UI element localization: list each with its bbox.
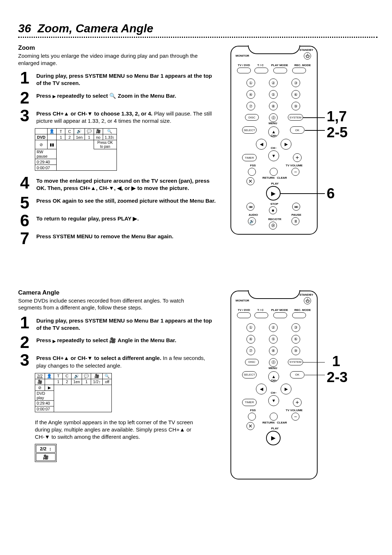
num-5: ⑤ — [269, 335, 278, 344]
step-number: 3 — [18, 353, 31, 367]
play-button: ▶ — [266, 431, 281, 445]
zoom-step-2: Press repeatedly to select 🔍 Zoom in the… — [36, 91, 176, 100]
pause-label: PAUSE — [291, 214, 301, 216]
down-button: ▼ — [268, 395, 279, 406]
select-button: SELECT — [242, 371, 257, 378]
step-number: 1 — [18, 71, 31, 85]
monitor-label: MONITOR — [236, 54, 249, 57]
playmode-button — [273, 312, 287, 318]
angle-note: If the Angle symbol appears in the top l… — [35, 417, 202, 441]
angle-step-2: Press repeatedly to select 🎥 Angle in th… — [36, 335, 176, 344]
zoom-osd-table: 👤TC🔊💬🎥🔍 DVD 1 2 1en 1 no 1.33↕ ⊘ ▮▮ Pres… — [35, 128, 117, 171]
tc-label: T / C — [257, 309, 264, 312]
step-number: 6 — [18, 214, 31, 228]
num-9: ⑨ — [291, 347, 300, 355]
fss-button — [248, 413, 256, 421]
page-number: 36 — [18, 22, 31, 35]
angle-step-1: During play, press SYSTEM MENU so Menu B… — [36, 316, 216, 332]
audio-label: AUDIO — [249, 214, 258, 216]
tvdvd-label: TV / DVD — [238, 64, 250, 67]
num-7: ⑦ — [246, 102, 255, 110]
fss-button — [248, 168, 256, 176]
chminus-label: CH− — [271, 147, 277, 150]
tvdvd-label: TV / DVD — [238, 309, 250, 312]
num-3: ③ — [291, 323, 300, 332]
clear-label: CLEAR — [277, 421, 287, 424]
audio-button: 🔊 — [248, 217, 256, 225]
right-button: ▶ — [281, 139, 291, 150]
play-button: ▶ — [266, 186, 281, 200]
return-label: RETURN — [262, 421, 274, 424]
num-2: ② — [269, 323, 278, 332]
recmode-label: REC. MODE — [294, 309, 311, 312]
num-5: ⑤ — [269, 90, 278, 99]
page-title-text: Zoom, Camera Angle — [37, 22, 153, 35]
dotted-rule — [18, 37, 377, 38]
num-0: ⓪ — [269, 113, 278, 122]
plus-button: + — [293, 153, 302, 162]
num-0: ⓪ — [269, 358, 278, 367]
step-number: 1 — [18, 316, 31, 330]
prev-button: ⏮ — [246, 203, 254, 211]
num-2: ② — [269, 78, 278, 87]
recmode-button — [292, 68, 306, 73]
angle-badge: 2/2 ↕ 🎥 — [35, 444, 57, 462]
tc-button — [254, 312, 268, 318]
zoom-step-7: Press SYSTEM MENU to remove the Menu Bar… — [36, 231, 173, 240]
disc-button: DISC — [245, 359, 259, 365]
zoom-icon: 🔍 — [109, 93, 116, 99]
playmode-label: PLAY MODE — [271, 64, 288, 67]
playmode-button — [273, 68, 287, 73]
zoom-heading: Zoom — [18, 44, 216, 52]
callout-1: 1 — [332, 353, 340, 369]
play-label: PLAY — [271, 182, 279, 185]
angle-step-3: Press CH+▲ or CH-▼ to select a different… — [36, 353, 216, 369]
callout-2-3: 2-3 — [327, 369, 348, 385]
minus-button: − — [291, 168, 299, 176]
num-6: ⑥ — [291, 335, 300, 344]
left-button: ◀ — [256, 139, 267, 150]
step-number: 7 — [18, 231, 31, 246]
play-label: PLAY — [271, 427, 279, 430]
zoom-step-4: To move the enlarged picture around on t… — [36, 176, 216, 192]
monitor-label: MONITOR — [236, 299, 249, 302]
page-title: 36 Zoom, Camera Angle — [18, 22, 377, 35]
fss-label: FSS — [250, 409, 256, 412]
right-arrow-icon — [53, 93, 56, 100]
tc-button — [254, 68, 268, 73]
zoom-step-3: Press CH+▲ or CH-▼ to choose 1.33, 2, or… — [36, 109, 216, 125]
chplus-label: CH+ — [271, 379, 277, 382]
next-button: ⏭ — [292, 203, 300, 211]
stop-button: ■ — [269, 206, 277, 214]
angle-osd-table: 2/2👤TC🔊💬🎥🔍 🎥 1 2 1en 1 1/2↕ off ⊘▶ DVD p… — [35, 373, 112, 412]
num-1: ① — [246, 323, 255, 332]
tvdvd-button — [237, 68, 251, 73]
return-label: RETURN — [262, 177, 274, 179]
num-7: ⑦ — [246, 347, 255, 355]
down-button: ▼ — [268, 150, 279, 161]
ok-button: OK — [290, 371, 305, 378]
rec-button: ⦿ — [269, 222, 277, 230]
system-button: SYSTEM — [288, 359, 303, 365]
right-button: ▶ — [281, 384, 291, 394]
num-1: ① — [246, 78, 255, 87]
callout-2-5: 2-5 — [327, 124, 348, 141]
callout-1-7: 1,7 — [327, 108, 347, 125]
callout-6: 6 — [327, 185, 335, 202]
pause-button: ⏸ — [291, 217, 299, 225]
menu-label: MENU — [269, 122, 277, 125]
step-number: 3 — [18, 109, 31, 123]
standby-button: ⏻ — [304, 52, 311, 60]
playmode-label: PLAY MODE — [271, 309, 288, 312]
standby-label: STANDBY — [299, 293, 313, 296]
step-number: 5 — [18, 196, 31, 210]
num-9: ⑨ — [291, 102, 300, 110]
step-number: 2 — [18, 91, 31, 105]
tc-label: T / C — [257, 64, 264, 67]
menu-label: MENU — [269, 367, 277, 370]
select-button: SELECT — [242, 126, 257, 134]
remote-illustration-zoom: STANDBY ⏻ MONITOR TV / DVD T / C PLAY MO… — [227, 46, 365, 235]
tvvol-label: TV VOLUME — [286, 164, 303, 167]
fss-label: FSS — [250, 164, 256, 167]
ok-button: OK — [290, 126, 305, 134]
